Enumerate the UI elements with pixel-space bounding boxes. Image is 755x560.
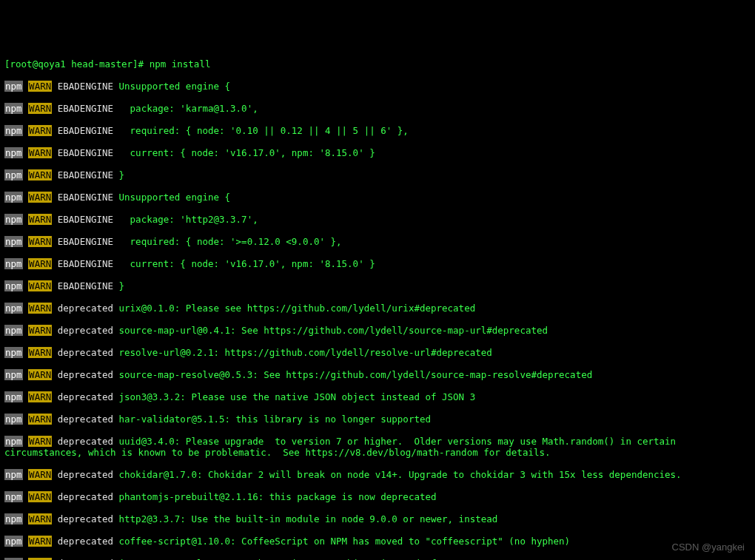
deprecated-msg: urix@0.1.0: Please see https://github.co…: [119, 303, 476, 314]
npm-tag: npm: [4, 81, 23, 92]
terminal-output: [root@qoya1 head-master]# npm install np…: [4, 47, 751, 560]
prompt-line: [root@qoya1 head-master]# npm install: [4, 58, 751, 70]
warn-tag: WARN: [28, 81, 52, 92]
watermark: CSDN @yangkei: [672, 542, 745, 553]
